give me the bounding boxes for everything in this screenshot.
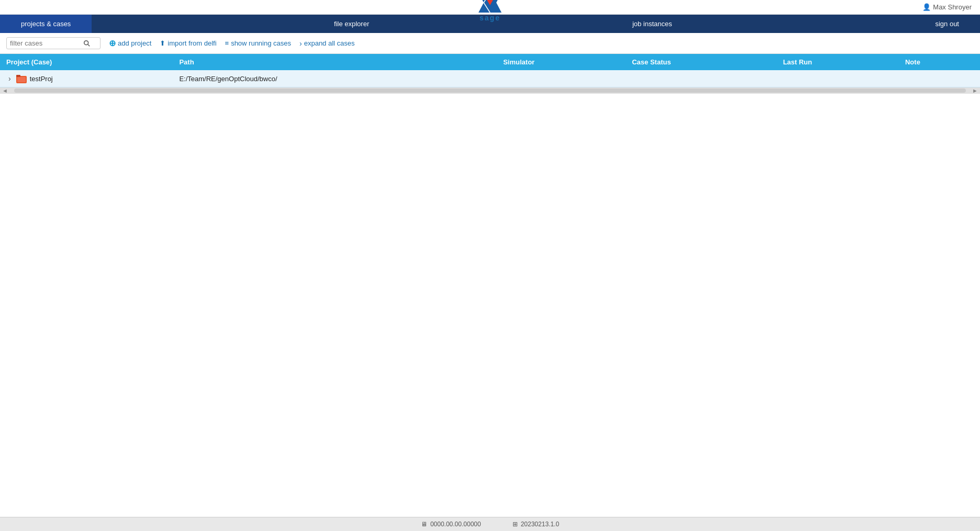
nav-item-sign-out[interactable]: sign out xyxy=(914,15,980,33)
toolbar: ⊕ add project ⬆ import from delfi ≡ show… xyxy=(0,33,980,54)
logo-bar: sage 👤 Max Shroyer xyxy=(0,0,980,15)
svg-rect-7 xyxy=(16,75,20,77)
col-header-path: Path xyxy=(173,54,497,70)
app-title: sage xyxy=(480,14,500,22)
col-header-case-status: Case Status xyxy=(626,54,776,70)
row-expand-button[interactable]: › xyxy=(6,74,13,83)
table-header-row: Project (Case) Path Simulator Case Statu… xyxy=(0,54,980,70)
nav-item-file-explorer[interactable]: file explorer xyxy=(313,15,390,33)
build-label: 20230213.1.0 xyxy=(521,521,559,528)
svg-point-4 xyxy=(84,40,88,45)
project-name: testProj xyxy=(30,75,53,83)
monitor-icon: 🖥 xyxy=(421,521,427,528)
expand-chevron-icon: › xyxy=(299,39,302,48)
grid-icon: ⊞ xyxy=(513,521,518,528)
path-cell: E:/Team/RE/genOptCloud/bwco/ xyxy=(173,70,497,87)
user-icon: 👤 xyxy=(922,3,931,11)
svg-line-5 xyxy=(88,44,90,46)
project-folder-icon xyxy=(16,74,27,83)
search-icon xyxy=(83,40,91,47)
col-header-project-case: Project (Case) xyxy=(0,54,173,70)
col-header-note: Note xyxy=(899,54,980,70)
table-container: Project (Case) Path Simulator Case Statu… xyxy=(0,54,980,517)
filter-input-wrapper[interactable] xyxy=(6,37,101,49)
filter-cases-input[interactable] xyxy=(10,39,83,47)
scroll-track[interactable] xyxy=(14,88,966,93)
footer: 🖥 0000.00.00.00000 ⊞ 20230213.1.0 xyxy=(0,517,980,531)
import-icon: ⬆ xyxy=(160,39,165,47)
user-info: 👤 Max Shroyer xyxy=(922,3,972,11)
add-project-button[interactable]: ⊕ add project xyxy=(109,38,151,48)
version-label: 0000.00.00.00000 xyxy=(430,521,481,528)
last-run-cell xyxy=(777,70,899,87)
chevron-logo-icon xyxy=(478,0,502,13)
projects-table: Project (Case) Path Simulator Case Statu… xyxy=(0,54,980,87)
table-row[interactable]: › testProj E:/Team/RE/genOptCloud/bwco/ xyxy=(0,70,980,87)
footer-version-item: 🖥 0000.00.00.00000 xyxy=(421,521,481,528)
nav-item-projects-cases[interactable]: projects & cases xyxy=(0,15,92,33)
filter-lines-icon: ≡ xyxy=(225,39,229,47)
footer-build-item: ⊞ 20230213.1.0 xyxy=(513,521,559,528)
add-project-icon: ⊕ xyxy=(109,38,116,48)
show-running-cases-button[interactable]: ≡ show running cases xyxy=(225,39,292,47)
case-status-cell xyxy=(626,70,776,87)
col-header-last-run: Last Run xyxy=(777,54,899,70)
scroll-left-arrow[interactable]: ◄ xyxy=(0,87,10,94)
note-cell xyxy=(899,70,980,87)
nav-item-job-instances[interactable]: job instances xyxy=(611,15,693,33)
scroll-right-arrow[interactable]: ► xyxy=(970,87,980,94)
expand-all-cases-button[interactable]: › expand all cases xyxy=(299,39,355,48)
import-from-delfi-button[interactable]: ⬆ import from delfi xyxy=(160,39,216,47)
horizontal-scrollbar[interactable]: ◄ ► xyxy=(0,87,980,94)
svg-rect-8 xyxy=(17,77,26,82)
logo-center: sage xyxy=(478,0,502,22)
simulator-cell xyxy=(497,70,626,87)
content-area: ⊕ add project ⬆ import from delfi ≡ show… xyxy=(0,33,980,517)
project-case-cell: › testProj xyxy=(0,70,173,87)
username-label: Max Shroyer xyxy=(933,3,972,11)
col-header-simulator: Simulator xyxy=(497,54,626,70)
